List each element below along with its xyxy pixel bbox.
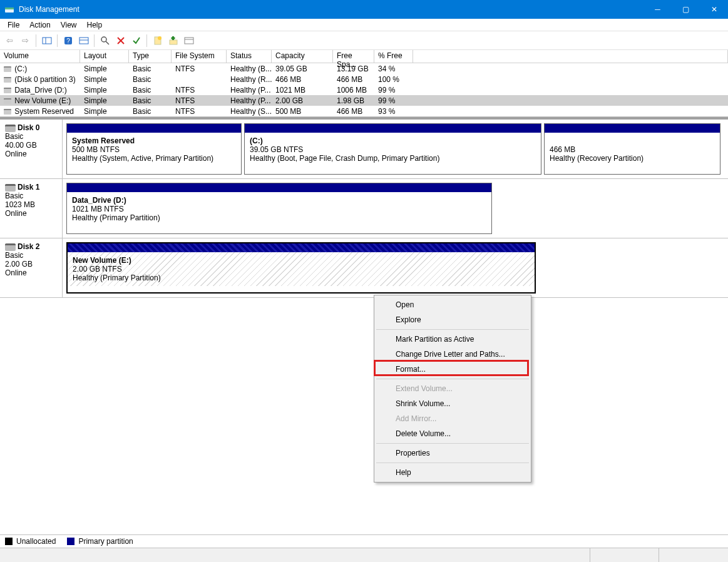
ctx-format[interactable]: Format... [376,362,530,377]
svg-rect-2 [43,38,51,44]
context-menu[interactable]: OpenExploreMark Partition as ActiveChang… [374,295,531,483]
partition[interactable]: New Volume (E:)2.00 GB NTFSHealthy (Prim… [66,242,536,294]
legend-primary: Primary partition [78,537,133,546]
ctx-shrink-volume[interactable]: Shrink Volume... [376,396,530,411]
unallocated-swatch [5,538,13,545]
column-header[interactable]: Volume [0,50,80,63]
forward-button[interactable]: ⇨ [18,33,33,48]
ctx-delete-volume[interactable]: Delete Volume... [376,426,530,441]
column-header[interactable]: Free Spa... [333,50,374,63]
maximize-button[interactable]: ▢ [672,0,700,19]
partition[interactable]: 466 MBHealthy (Recovery Partition) [544,123,720,175]
menu-action[interactable]: Action [24,19,55,31]
show-hide-button[interactable] [39,33,54,48]
ctx-properties[interactable]: Properties [376,446,530,461]
window-title: Disk Management [19,5,643,14]
check-button[interactable] [129,33,143,48]
volume-row[interactable]: Data_Drive (D:)SimpleBasicNTFSHealthy (P… [0,84,728,95]
disk-row: Disk 2Basic2.00 GBOnlineNew Volume (E:)2… [0,238,728,298]
new-button[interactable] [150,33,165,48]
menu-file[interactable]: File [3,19,24,31]
toolbar: ⇦ ⇨ ? [0,31,728,50]
minimize-button[interactable]: ─ [643,0,672,19]
volume-row[interactable]: (Disk 0 partition 3)SimpleBasicHealthy (… [0,74,728,84]
ctx-explore[interactable]: Explore [376,312,530,327]
column-header[interactable]: File System [172,50,227,63]
partition[interactable]: Data_Drive (D:)1021 MB NTFSHealthy (Prim… [66,183,492,234]
menu-bar: FileActionViewHelp [0,19,728,31]
disk-info[interactable]: Disk 1Basic1023 MBOnline [0,179,63,238]
ctx-extend-volume: Extend Volume... [376,381,530,396]
ctx-mark-partition-as-active[interactable]: Mark Partition as Active [376,332,530,347]
status-bar [0,548,728,562]
disk-info[interactable]: Disk 2Basic2.00 GBOnline [0,238,63,297]
legend: Unallocated Primary partition [0,534,728,547]
disk-row: Disk 1Basic1023 MBOnlineData_Drive (D:)1… [0,179,728,238]
properties-button[interactable] [182,33,196,48]
menu-help[interactable]: Help [82,19,108,31]
ctx-change-drive-letter-and-paths[interactable]: Change Drive Letter and Paths... [376,347,530,362]
help-button[interactable]: ? [61,33,75,48]
primary-swatch [67,538,74,545]
column-header[interactable]: Status [227,50,272,63]
partition[interactable]: System Reserved500 MB NTFSHealthy (Syste… [66,123,242,175]
disk-row: Disk 0Basic40.00 GBOnlineSystem Reserved… [0,120,728,179]
volume-row[interactable]: System ReservedSimpleBasicNTFSHealthy (S… [0,106,728,116]
legend-unallocated: Unallocated [16,537,56,546]
column-header[interactable]: Type [129,50,172,63]
ctx-open[interactable]: Open [376,297,530,312]
svg-point-8 [101,37,106,42]
ctx-add-mirror: Add Mirror... [376,411,530,426]
back-button[interactable]: ⇦ [3,33,17,48]
app-icon [4,4,14,14]
partition[interactable]: (C:)39.05 GB NTFSHealthy (Boot, Page Fil… [244,123,541,175]
volume-row[interactable]: New Volume (E:)SimpleBasicNTFSHealthy (P… [0,95,728,106]
svg-rect-6 [79,38,88,44]
volume-row[interactable]: (C:)SimpleBasicNTFSHealthy (B...39.05 GB… [0,63,728,74]
volume-header: VolumeLayoutTypeFile SystemStatusCapacit… [0,50,728,63]
column-header[interactable]: Capacity [272,50,333,63]
volume-list[interactable]: VolumeLayoutTypeFile SystemStatusCapacit… [0,50,728,117]
ctx-help[interactable]: Help [376,465,530,480]
svg-point-13 [158,36,161,40]
column-header[interactable]: Layout [80,50,129,63]
svg-rect-17 [185,38,193,44]
svg-text:?: ? [66,38,70,44]
find-button[interactable] [98,33,112,48]
disk-graphical-view[interactable]: Disk 0Basic40.00 GBOnlineSystem Reserved… [0,117,728,518]
svg-line-9 [106,41,109,44]
settings-button[interactable] [76,33,91,48]
add-button[interactable] [166,33,180,48]
delete-button[interactable] [113,33,128,48]
column-header[interactable]: % Free [374,50,413,63]
svg-rect-14 [170,40,177,44]
disk-info[interactable]: Disk 0Basic40.00 GBOnline [0,120,63,178]
svg-rect-1 [5,8,14,9]
svg-rect-16 [171,37,175,39]
close-button[interactable]: ✕ [700,0,728,19]
title-bar: Disk Management ─ ▢ ✕ [0,0,728,19]
menu-view[interactable]: View [56,19,82,31]
